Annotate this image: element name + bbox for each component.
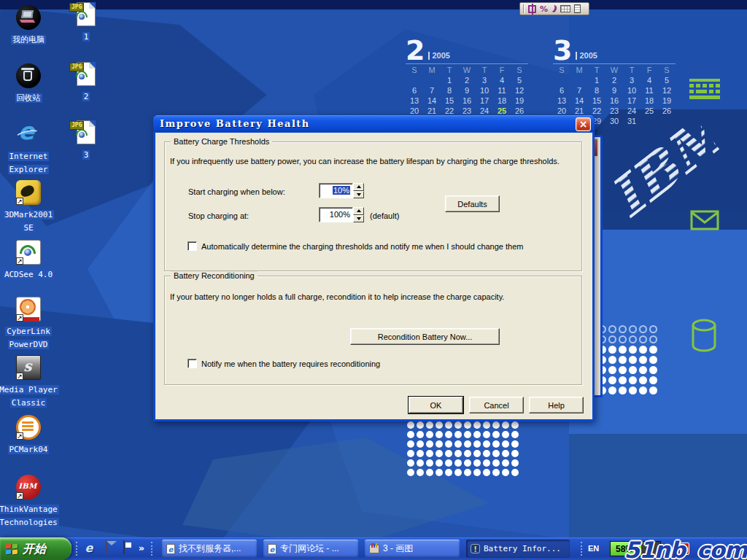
spin-down-icon[interactable]: [353, 215, 364, 223]
desktop-icon-my-computer[interactable]: 我的电脑: [0, 4, 60, 45]
desktop-icon-powerdvd[interactable]: ↗CyberLink PowerDVD: [0, 296, 60, 350]
toolbar-grip[interactable]: [151, 542, 153, 556]
jpg-file-2-icon: JPG: [73, 61, 99, 88]
ime-keyboard-icon[interactable]: [560, 5, 570, 12]
taskbar-task-button[interactable]: e找不到服务器,...: [162, 540, 257, 558]
calendar-day-header: S: [658, 65, 676, 75]
spin-up-icon[interactable]: [353, 207, 364, 215]
ok-button[interactable]: OK: [409, 397, 463, 413]
stop-charging-label: Stop charging at:: [188, 211, 249, 220]
calendar-day: 6: [406, 85, 423, 96]
toolbar-grip[interactable]: [76, 542, 78, 556]
calendar-day: 5: [511, 75, 528, 85]
calendar-day: 16: [458, 96, 476, 106]
calendar-day: 25: [640, 106, 658, 116]
calendar-day-header: M: [423, 65, 441, 75]
desktop-icon-internet-explorer[interactable]: eInternet Explorer: [0, 121, 60, 175]
calendar-day: 12: [658, 85, 676, 96]
envelope-icon: [690, 210, 719, 233]
ime-document-icon[interactable]: [574, 4, 581, 13]
desktop-icon-label: ThinkVantage Technologies: [0, 505, 59, 527]
calendar-day: 9: [458, 85, 476, 96]
calendar-day: 7: [570, 85, 588, 96]
help-button[interactable]: Help: [529, 397, 584, 413]
ie-page-icon: e: [166, 544, 175, 554]
calendar-day: 13: [553, 96, 570, 106]
spin-up-icon[interactable]: [353, 183, 364, 191]
calendar-day: [640, 116, 658, 126]
desktop-icon-media-player-classic[interactable]: s↗Media Player Classic: [0, 354, 60, 408]
desktop-icon-label: 2: [82, 92, 90, 101]
calendar-day: 4: [493, 75, 511, 85]
charge-description: If you infrequently use battery power, y…: [170, 157, 560, 166]
calendar-day: 12: [511, 85, 528, 96]
taskbar-task-button[interactable]: !Battery Infor...: [466, 540, 570, 558]
calendar-day-header: M: [570, 65, 588, 75]
calendar-day: 16: [605, 96, 623, 106]
desktop-icon-jpg-file-1[interactable]: JPG1: [70, 1, 102, 42]
ime-fullwidth-icon[interactable]: %: [540, 5, 548, 13]
watermark-51nb: 51nb com: [624, 537, 747, 560]
ime-language-bar[interactable]: %: [519, 2, 589, 15]
desktop-icon-label: Internet Explorer: [8, 152, 50, 174]
taskbar-task-button[interactable]: e专门网论坛 - ...: [263, 540, 358, 558]
task-button-label: 专门网论坛 - ...: [280, 542, 339, 555]
calendar-day-header: S: [406, 65, 423, 75]
ime-chinese-mode-icon[interactable]: [528, 5, 536, 13]
calendar-day: 10: [623, 85, 640, 96]
language-indicator[interactable]: EN: [588, 543, 599, 554]
quicklaunch-show-desktop-icon[interactable]: [117, 541, 131, 556]
group-caption: Battery Charge Thresholds: [171, 137, 272, 146]
calendar-day: 20: [406, 106, 423, 116]
calendar-day: 8: [441, 85, 458, 96]
battery-icon: !: [471, 544, 480, 553]
task-button-label: 找不到服务器,...: [179, 542, 241, 555]
calendar-day: 5: [658, 75, 676, 85]
start-charging-input[interactable]: 10%: [319, 183, 353, 198]
calendar-day-header: W: [605, 65, 623, 75]
quicklaunch-mail-icon[interactable]: [99, 541, 114, 556]
task-button-label: 3 - 画图: [383, 542, 413, 555]
desktop-icon-label: 回收站: [15, 93, 42, 103]
group-caption: Battery Reconditioning: [171, 271, 258, 280]
calendar-day: 24: [623, 106, 640, 116]
cancel-button[interactable]: Cancel: [469, 397, 524, 413]
desktop-icon-jpg-file-3[interactable]: JPG3: [70, 120, 102, 160]
quicklaunch-overflow-chevron-icon[interactable]: »: [134, 541, 149, 556]
ime-punctuation-icon[interactable]: [551, 4, 558, 13]
quicklaunch-ie-icon[interactable]: e: [82, 541, 96, 556]
watermark-left: 51nb: [624, 537, 685, 560]
calendar-month-2: 22005SMTWTFS1234567891011121314151617181…: [406, 36, 528, 126]
calendar-day: 14: [423, 96, 441, 106]
desktop-icon-acdsee[interactable]: ↗ACDSee 4.0: [0, 239, 60, 280]
calendar-day: 13: [406, 96, 423, 106]
calendar-day-header: F: [493, 65, 511, 75]
calendar-day: 19: [658, 96, 676, 106]
desktop-icon-jpg-file-2[interactable]: JPG2: [70, 61, 102, 102]
dialog-titlebar[interactable]: Improve Battery Health ×: [153, 115, 595, 133]
stop-charging-input[interactable]: 100%: [319, 207, 353, 222]
close-icon[interactable]: ×: [576, 117, 591, 131]
taskbar-task-button[interactable]: 3 - 画图: [365, 540, 460, 558]
auto-thresholds-checkbox[interactable]: [187, 241, 197, 251]
defaults-button[interactable]: Defaults: [445, 195, 500, 212]
desktop-icon-recycle-bin[interactable]: 回收站: [0, 63, 60, 104]
calendar-day: 14: [570, 96, 588, 106]
calendar-day: 22: [441, 106, 458, 116]
desktop-icon-thinkvantage[interactable]: IBM↗ThinkVantage Technologies: [0, 474, 60, 528]
recondition-battery-button[interactable]: Recondition Battery Now...: [350, 328, 500, 345]
desktop-icon-label: 1: [82, 32, 90, 42]
calendar-day: [423, 75, 441, 85]
start-button[interactable]: 开始: [0, 537, 71, 560]
calendar-day: 23: [458, 106, 476, 116]
desktop-icon-3dmark2001[interactable]: ↗3DMark2001 SE: [0, 179, 60, 233]
notify-reconditioning-checkbox[interactable]: [187, 359, 197, 368]
ime-grip[interactable]: [523, 4, 525, 13]
desktop-icon-pcmark04[interactable]: ↗PCMark04: [0, 414, 60, 455]
jpg-file-3-icon: JPG: [73, 120, 99, 146]
calendar-day-header: W: [458, 65, 476, 75]
calendar-day: 31: [623, 116, 640, 126]
paint-icon: [369, 545, 379, 553]
spin-down-icon[interactable]: [353, 191, 364, 199]
cylinder-icon: [690, 318, 718, 357]
